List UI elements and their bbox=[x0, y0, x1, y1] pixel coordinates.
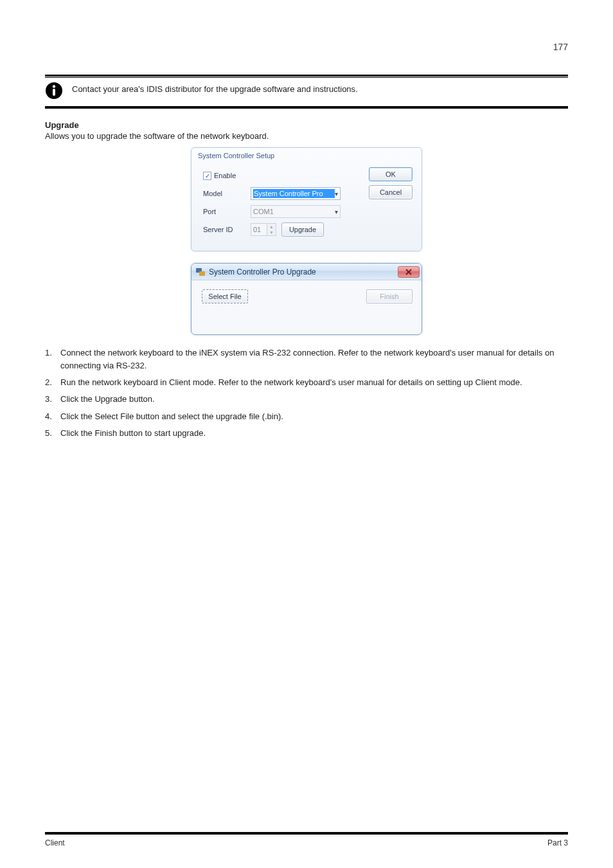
port-select[interactable]: COM1 ▾ bbox=[251, 205, 341, 218]
select-file-button[interactable]: Select File bbox=[202, 289, 248, 303]
note-text: Contact your area's IDIS distributor for… bbox=[72, 82, 358, 96]
list-item: 4.Click the Select File button and selec… bbox=[45, 410, 568, 423]
model-value: System Controller Pro bbox=[253, 189, 335, 198]
spin-up-icon[interactable]: ▲ bbox=[267, 224, 276, 230]
enable-label: Enable bbox=[214, 172, 236, 179]
serverid-stepper[interactable]: 01 ▲▼ bbox=[251, 223, 276, 236]
page-footer: Client Part 3 bbox=[45, 832, 568, 847]
upgrade-intro: Allows you to upgrade the software of th… bbox=[45, 131, 568, 141]
port-label: Port bbox=[203, 208, 251, 215]
spin-down-icon[interactable]: ▼ bbox=[267, 230, 276, 235]
svg-rect-2 bbox=[53, 89, 55, 96]
list-item: 5.Click the Finish button to start upgra… bbox=[45, 427, 568, 440]
ok-button[interactable]: OK bbox=[369, 167, 413, 181]
list-item: 1.Connect the network keyboard to the iN… bbox=[45, 347, 568, 372]
chevron-down-icon: ▾ bbox=[335, 190, 338, 197]
model-label: Model bbox=[203, 190, 251, 197]
dialog-titlebar: System Controller Pro Upgrade bbox=[191, 264, 422, 280]
port-value: COM1 bbox=[253, 208, 335, 215]
serverid-label: Server ID bbox=[203, 226, 251, 233]
footer-left: Client bbox=[45, 838, 65, 847]
close-button[interactable] bbox=[398, 266, 420, 278]
list-item: 2.Run the network keyboard in Client mod… bbox=[45, 376, 568, 389]
steps-list: 1.Connect the network keyboard to the iN… bbox=[45, 347, 568, 440]
note-row: Contact your area's IDIS distributor for… bbox=[45, 78, 568, 106]
system-controller-setup-dialog: System Controller Setup ✓ Enable Model S… bbox=[191, 147, 422, 251]
footer-right: Part 3 bbox=[547, 838, 568, 847]
finish-button[interactable]: Finish bbox=[366, 289, 413, 303]
page-number: 177 bbox=[45, 42, 568, 52]
upgrade-dialog: System Controller Pro Upgrade Select Fil… bbox=[191, 263, 422, 335]
dialog-title: System Controller Setup bbox=[191, 148, 422, 162]
svg-rect-4 bbox=[199, 271, 205, 276]
divider-top-thick bbox=[45, 75, 568, 77]
upgrade-heading: Upgrade bbox=[45, 120, 568, 130]
chevron-down-icon: ▾ bbox=[335, 208, 338, 215]
model-select[interactable]: System Controller Pro ▾ bbox=[251, 187, 341, 200]
list-item: 3.Click the Upgrade button. bbox=[45, 393, 568, 406]
enable-checkbox[interactable]: ✓ bbox=[203, 172, 211, 180]
serverid-value: 01 bbox=[251, 226, 267, 233]
dialog-title: System Controller Pro Upgrade bbox=[209, 267, 316, 276]
svg-point-1 bbox=[53, 85, 55, 87]
upgrade-button[interactable]: Upgrade bbox=[281, 222, 324, 237]
app-icon bbox=[195, 267, 206, 277]
divider-note-thick bbox=[45, 107, 568, 109]
info-icon bbox=[45, 82, 63, 102]
cancel-button[interactable]: Cancel bbox=[369, 185, 413, 199]
